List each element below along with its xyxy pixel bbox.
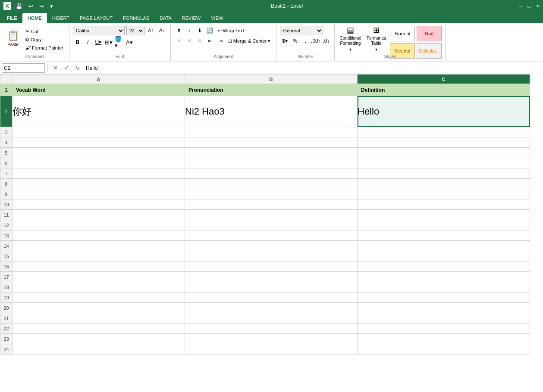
row-header-3[interactable]: 3: [0, 127, 13, 137]
cell-B23[interactable]: [185, 334, 358, 344]
tab-insert[interactable]: INSERT: [47, 13, 75, 23]
cell-C17[interactable]: [358, 272, 530, 282]
style-normal[interactable]: Normal: [390, 26, 415, 41]
cell-C5[interactable]: [358, 148, 530, 158]
row-header-5[interactable]: 5: [0, 148, 13, 158]
cell-C18[interactable]: [358, 282, 530, 292]
cell-A19[interactable]: [13, 292, 185, 303]
row-header-21[interactable]: 21: [0, 313, 13, 324]
tab-data[interactable]: DATA: [154, 13, 177, 23]
number-format-select[interactable]: General: [280, 26, 323, 35]
cell-C19[interactable]: [358, 292, 530, 303]
col-header-B[interactable]: B: [185, 75, 358, 84]
undo-button[interactable]: ↩: [27, 2, 35, 10]
minimize-button[interactable]: ─: [519, 3, 523, 9]
cut-button[interactable]: ✂ Cut: [23, 28, 66, 35]
cell-B6[interactable]: [185, 158, 358, 168]
cell-C1[interactable]: Definition: [358, 84, 530, 96]
cell-A20[interactable]: [13, 303, 185, 313]
cell-B9[interactable]: [185, 189, 358, 199]
underline-button[interactable]: U▾: [94, 37, 103, 47]
cell-C2[interactable]: Hello: [358, 96, 530, 127]
cell-C12[interactable]: [358, 220, 530, 230]
tab-formulas[interactable]: FORMULAS: [118, 13, 154, 23]
cell-B19[interactable]: [185, 292, 358, 303]
col-header-C[interactable]: C: [358, 75, 530, 84]
row-header-24[interactable]: 24: [0, 344, 13, 355]
col-header-A[interactable]: A: [13, 75, 185, 84]
cell-A3[interactable]: [13, 127, 185, 137]
cell-A12[interactable]: [13, 220, 185, 230]
wrap-text-button[interactable]: ↩ Wrap Text: [216, 27, 246, 34]
cell-B11[interactable]: [185, 210, 358, 220]
insert-function-button[interactable]: fx: [73, 63, 82, 73]
select-all-button[interactable]: [0, 75, 13, 84]
cell-C22[interactable]: [358, 324, 530, 334]
cell-C23[interactable]: [358, 334, 530, 344]
cell-C8[interactable]: [358, 179, 530, 189]
cell-C11[interactable]: [358, 210, 530, 220]
font-size-select[interactable]: 22: [126, 26, 144, 35]
align-middle-button[interactable]: ↕: [185, 26, 194, 35]
row-header-1[interactable]: 1: [0, 84, 13, 96]
cell-C24[interactable]: [358, 344, 530, 355]
row-header-14[interactable]: 14: [0, 241, 13, 251]
row-header-7[interactable]: 7: [0, 168, 13, 179]
tab-page-layout[interactable]: PAGE LAYOUT: [75, 13, 118, 23]
cell-B8[interactable]: [185, 179, 358, 189]
cell-C4[interactable]: [358, 137, 530, 148]
cell-B15[interactable]: [185, 251, 358, 261]
save-button[interactable]: 💾: [14, 2, 24, 10]
align-center-button[interactable]: ≡: [185, 36, 194, 46]
cell-B22[interactable]: [185, 324, 358, 334]
align-top-button[interactable]: ⬆: [174, 26, 184, 35]
cell-B13[interactable]: [185, 230, 358, 241]
cell-B14[interactable]: [185, 241, 358, 251]
format-painter-button[interactable]: 🖌 Format Painter: [23, 44, 66, 52]
cell-B7[interactable]: [185, 168, 358, 179]
customize-qat-button[interactable]: ▾: [48, 2, 55, 10]
align-left-button[interactable]: ≡: [174, 36, 184, 46]
fill-color-button[interactable]: 🪣▾: [114, 37, 124, 47]
row-header-22[interactable]: 22: [0, 324, 13, 334]
font-color-button[interactable]: A▾: [125, 37, 134, 47]
row-header-16[interactable]: 16: [0, 261, 13, 272]
cell-A6[interactable]: [13, 158, 185, 168]
row-header-18[interactable]: 18: [0, 282, 13, 292]
cell-A16[interactable]: [13, 261, 185, 272]
cell-A11[interactable]: [13, 210, 185, 220]
increase-decimal-button[interactable]: .00↑: [311, 36, 320, 46]
align-bottom-button[interactable]: ⬇: [195, 26, 204, 35]
cell-B20[interactable]: [185, 303, 358, 313]
cell-A5[interactable]: [13, 148, 185, 158]
formula-input[interactable]: [84, 63, 541, 73]
row-header-19[interactable]: 19: [0, 292, 13, 303]
cell-A7[interactable]: [13, 168, 185, 179]
row-header-12[interactable]: 12: [0, 220, 13, 230]
cell-B5[interactable]: [185, 148, 358, 158]
style-bad[interactable]: Bad: [417, 26, 442, 41]
cell-B21[interactable]: [185, 313, 358, 324]
cell-A24[interactable]: [13, 344, 185, 355]
cell-B4[interactable]: [185, 137, 358, 148]
confirm-formula-button[interactable]: ✓: [62, 63, 71, 73]
border-button[interactable]: ⊞▾: [104, 37, 113, 47]
copy-button[interactable]: ⧉ Copy: [23, 36, 66, 44]
cell-B16[interactable]: [185, 261, 358, 272]
restore-button[interactable]: □: [527, 3, 530, 9]
paste-button[interactable]: 📋 Paste: [3, 26, 22, 51]
increase-indent-button[interactable]: ⇥: [216, 36, 225, 46]
cell-A23[interactable]: [13, 334, 185, 344]
percent-button[interactable]: %: [290, 36, 300, 46]
row-header-17[interactable]: 17: [0, 272, 13, 282]
cell-B24[interactable]: [185, 344, 358, 355]
cell-B12[interactable]: [185, 220, 358, 230]
cell-B1[interactable]: Pronunciation: [185, 84, 358, 96]
merge-center-button[interactable]: ⊡ Merge & Center▾: [226, 37, 273, 45]
cell-B2[interactable]: Ni2 Hao3: [185, 96, 358, 127]
cell-B10[interactable]: [185, 199, 358, 210]
tab-file[interactable]: FILE: [2, 13, 22, 23]
bold-button[interactable]: B: [73, 37, 82, 47]
tab-view[interactable]: VIEW: [206, 13, 228, 23]
align-right-button[interactable]: ≡: [195, 36, 204, 46]
